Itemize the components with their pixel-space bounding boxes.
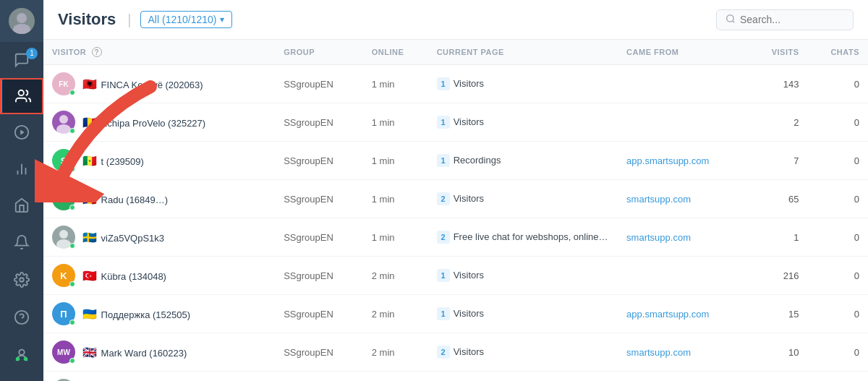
- svg-point-18: [59, 230, 68, 239]
- online-cell: 1 min: [363, 142, 428, 180]
- came-from-cell: [618, 103, 749, 142]
- header-divider: |: [127, 12, 131, 28]
- col-visitor: VISITOR ?: [43, 40, 275, 65]
- table-row[interactable]: FK🇦🇱 FINCA Kosovë (202063)SSgroupEN1 min…: [43, 65, 868, 103]
- visitor-name: 🇸🇳 t (239509): [82, 154, 144, 168]
- came-from-cell: smartsupp.com: [618, 218, 749, 257]
- svg-point-13: [16, 357, 20, 361]
- visitor-cell: R🇷🇴 Radu (16849…): [43, 180, 275, 218]
- svg-point-2: [18, 90, 23, 95]
- sidebar-item-agent-status[interactable]: [0, 336, 43, 374]
- col-chats: CHATS: [808, 40, 868, 65]
- chats-cell: 0: [808, 295, 868, 333]
- current-page-cell: 2Visitors: [428, 180, 618, 218]
- visitor-cell: MW🇬🇧 Mark Ward (160223): [43, 333, 275, 372]
- group-cell: SSgroupEN: [275, 333, 363, 372]
- visits-cell: 216: [749, 257, 807, 295]
- chevron-down-icon: ▾: [220, 14, 224, 25]
- visitor-cell: K🇹🇷 Kübra (134048): [43, 257, 275, 295]
- avatar[interactable]: [0, 0, 43, 42]
- svg-point-14: [727, 14, 733, 21]
- current-page-cell: 1Recordings: [428, 142, 618, 180]
- sidebar-item-analytics[interactable]: [0, 151, 43, 187]
- visitors-table: VISITOR ? GROUP ONLINE CURRENT PAGE CAME…: [43, 40, 868, 381]
- chats-cell: 0: [808, 218, 868, 257]
- search-box: [716, 9, 854, 30]
- filter-label: All (1210/1210): [148, 14, 217, 25]
- visitor-help-icon[interactable]: ?: [92, 47, 102, 57]
- group-cell: SSgroupEN: [275, 218, 363, 257]
- current-page-cell: 1Free Live Chat for Websites | Online Ch…: [428, 372, 618, 382]
- current-page-cell: 1Visitors: [428, 65, 618, 103]
- svg-point-12: [24, 357, 28, 361]
- group-cell: SSgroupEN: [275, 103, 363, 142]
- online-cell: 2 min: [363, 257, 428, 295]
- visits-cell: 15: [749, 295, 807, 333]
- table-row[interactable]: 🇷🇴 Echipa ProVelo (325227)SSgroupEN1 min…: [43, 103, 868, 142]
- chats-cell: 0: [808, 257, 868, 295]
- sidebar-item-settings[interactable]: [0, 261, 43, 299]
- visitor-cell: 🇬🇧 vixnBlyyY8gk: [43, 372, 275, 382]
- came-from-cell: app.smartsupp.com: [618, 295, 749, 333]
- sidebar-item-notifications[interactable]: [0, 223, 43, 261]
- svg-point-17: [56, 124, 71, 134]
- table-row[interactable]: R🇷🇴 Radu (16849…)SSgroupEN1 min2Visitors…: [43, 180, 868, 218]
- visitor-cell: 🇷🇴 Echipa ProVelo (325227): [43, 103, 275, 142]
- table-row[interactable]: 🇸🇪 viZa5VQpS1k3SSgroupEN1 min2Free live …: [43, 218, 868, 257]
- chats-cell: 0: [808, 372, 868, 382]
- sidebar-item-chat[interactable]: 1: [0, 42, 43, 78]
- sidebar-item-recordings[interactable]: [0, 114, 43, 150]
- visitor-name: 🇹🇷 Kübra (134048): [82, 269, 166, 283]
- sidebar-item-visitors[interactable]: [0, 78, 43, 114]
- current-page-cell: 2Visitors: [428, 333, 618, 372]
- svg-point-11: [19, 350, 24, 355]
- current-page-cell: 2Free live chat for webshops, online sto…: [428, 218, 618, 257]
- visitor-name: 🇺🇦 Поддержка (152505): [82, 307, 190, 321]
- table-row[interactable]: 🇬🇧 vixnBlyyY8gkSSgroupEN2 min1Free Live …: [43, 372, 868, 382]
- table-row[interactable]: П🇺🇦 Поддержка (152505)SSgroupEN2 min1Vis…: [43, 295, 868, 333]
- visitor-name: 🇷🇴 Echipa ProVelo (325227): [82, 116, 205, 129]
- visitor-name: 🇬🇧 Mark Ward (160223): [82, 346, 187, 359]
- visitor-cell: S🇸🇳 t (239509): [43, 142, 275, 180]
- table-row[interactable]: K🇹🇷 Kübra (134048)SSgroupEN2 min1Visitor…: [43, 257, 868, 295]
- visitor-cell: 🇸🇪 viZa5VQpS1k3: [43, 218, 275, 257]
- svg-line-15: [733, 20, 735, 22]
- svg-point-19: [56, 239, 71, 249]
- col-online: ONLINE: [363, 40, 428, 65]
- visitors-table-container: VISITOR ? GROUP ONLINE CURRENT PAGE CAME…: [43, 40, 868, 381]
- online-cell: 2 min: [363, 333, 428, 372]
- col-group: GROUP: [275, 40, 363, 65]
- search-input[interactable]: [740, 14, 841, 25]
- sidebar: 1: [0, 0, 43, 381]
- sidebar-item-home[interactable]: [0, 187, 43, 223]
- online-cell: 1 min: [363, 65, 428, 103]
- came-from-cell: smartsupp.com: [618, 180, 749, 218]
- came-from-cell: [618, 257, 749, 295]
- visits-cell: 2: [749, 103, 807, 142]
- group-cell: SSgroupEN: [275, 295, 363, 333]
- online-cell: 2 min: [363, 295, 428, 333]
- svg-point-1: [13, 24, 30, 34]
- sidebar-item-help[interactable]: [0, 299, 43, 336]
- col-visits: VISITS: [749, 40, 807, 65]
- group-cell: SSgroupEN: [275, 372, 363, 382]
- visits-cell: 1: [749, 372, 807, 382]
- svg-marker-4: [20, 130, 25, 135]
- came-from-cell: smartsupp.com: [618, 333, 749, 372]
- visitor-name: 🇦🇱 FINCA Kosovë (202063): [82, 77, 203, 91]
- visitor-name: 🇷🇴 Radu (16849…): [82, 192, 168, 206]
- online-cell: 1 min: [363, 180, 428, 218]
- visitor-cell: П🇺🇦 Поддержка (152505): [43, 295, 275, 333]
- visits-cell: 7: [749, 142, 807, 180]
- visits-cell: 10: [749, 333, 807, 372]
- user-avatar: [9, 8, 35, 34]
- table-row[interactable]: MW🇬🇧 Mark Ward (160223)SSgroupEN2 min2Vi…: [43, 333, 868, 372]
- chats-cell: 0: [808, 103, 868, 142]
- group-cell: SSgroupEN: [275, 180, 363, 218]
- svg-point-16: [59, 115, 68, 124]
- page-title: Visitors: [58, 10, 116, 29]
- online-cell: 1 min: [363, 103, 428, 142]
- filter-dropdown[interactable]: All (1210/1210) ▾: [140, 11, 233, 28]
- chats-cell: 0: [808, 142, 868, 180]
- table-row[interactable]: S🇸🇳 t (239509)SSgroupEN1 min1Recordingsa…: [43, 142, 868, 180]
